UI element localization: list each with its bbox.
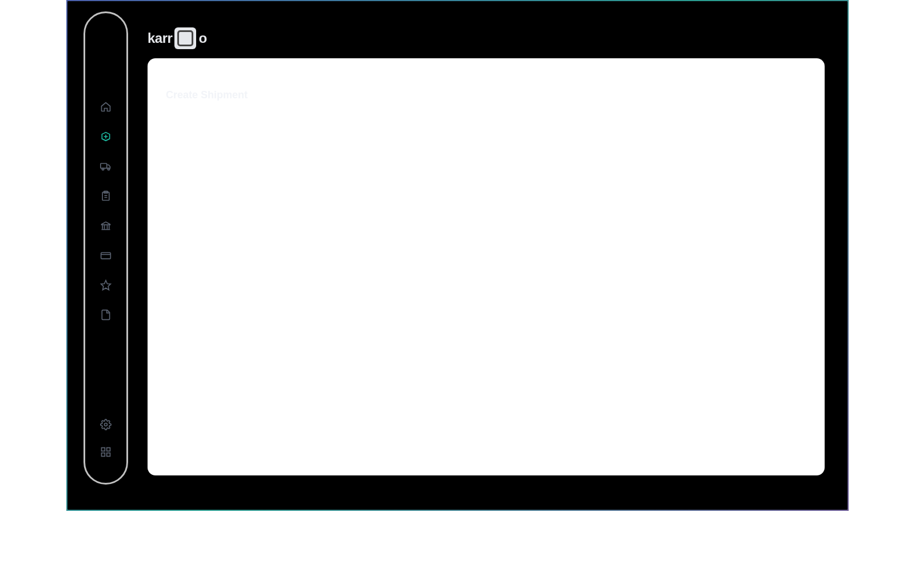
svg-rect-0 <box>101 163 107 168</box>
sidebar <box>83 11 128 485</box>
document-icon <box>100 309 112 323</box>
sidebar-item-documents[interactable] <box>99 309 113 323</box>
settings-icon <box>100 419 112 433</box>
sidebar-item-payments[interactable] <box>99 220 113 234</box>
app-logo: karr o <box>148 27 207 49</box>
sidebar-item-apps[interactable] <box>99 446 113 460</box>
svg-point-2 <box>108 168 109 170</box>
sidebar-item-wallet[interactable] <box>99 250 113 263</box>
truck-icon <box>100 161 112 174</box>
sidebar-item-settings[interactable] <box>99 419 113 433</box>
svg-rect-17 <box>107 448 110 451</box>
sidebar-item-favorites[interactable] <box>99 279 113 293</box>
page-title: Create Shipment <box>166 89 806 101</box>
sidebar-item-home[interactable] <box>99 101 113 115</box>
svg-point-15 <box>105 423 108 426</box>
main-card: Create Shipment <box>148 58 825 475</box>
credit-card-icon <box>100 250 112 263</box>
app-logo-icon <box>174 27 196 49</box>
package-upload-icon <box>100 131 112 145</box>
svg-rect-16 <box>102 448 105 451</box>
star-icon <box>100 279 112 293</box>
grid-icon <box>100 446 112 460</box>
sidebar-nav <box>99 101 113 419</box>
sidebar-bottom <box>99 419 113 460</box>
svg-rect-12 <box>101 253 111 259</box>
sidebar-item-orders[interactable] <box>99 190 113 204</box>
app-logo-suffix: o <box>198 30 206 46</box>
clipboard-icon <box>100 190 112 204</box>
sidebar-logo[interactable] <box>93 23 119 50</box>
app-logo-prefix: karr <box>148 30 172 46</box>
app-window: karr o Create Shipment <box>66 0 849 511</box>
bank-icon <box>100 220 112 234</box>
svg-rect-18 <box>102 453 105 457</box>
sidebar-item-create-shipment[interactable] <box>99 131 113 145</box>
svg-marker-14 <box>101 281 111 290</box>
svg-point-1 <box>102 168 104 170</box>
svg-rect-19 <box>107 453 110 457</box>
sidebar-item-shipments[interactable] <box>99 161 113 174</box>
home-icon <box>100 101 112 115</box>
